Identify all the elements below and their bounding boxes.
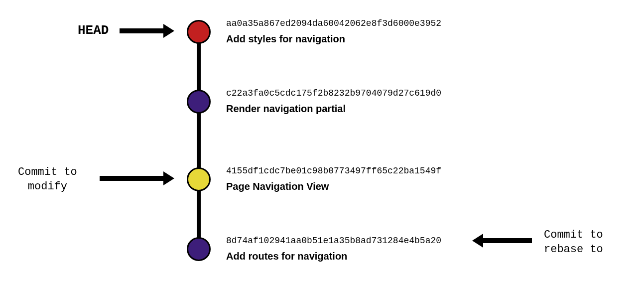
commit-hash: aa0a35a867ed2094da60042062e8f3d6000e3952: [226, 18, 441, 28]
commit-info-1: aa0a35a867ed2094da60042062e8f3d6000e3952…: [226, 18, 441, 45]
commit-info-2: c22a3fa0c5cdc175f2b8232b9704079d27c619d0…: [226, 88, 441, 115]
modify-label: Commit to modify: [18, 165, 77, 194]
commit-info-4: 8d74af102941aa0b51e1a35b8ad731284e4b5a20…: [226, 236, 441, 262]
commit-hash: 8d74af102941aa0b51e1a35b8ad731284e4b5a20: [226, 236, 441, 246]
rebase-label-line2: rebase to: [544, 243, 603, 257]
commit-node-head: [187, 20, 211, 44]
rebase-label-line1: Commit to: [544, 228, 603, 243]
commit-hash: c22a3fa0c5cdc175f2b8232b9704079d27c619d0: [226, 88, 441, 98]
modify-label-line1: Commit to: [18, 165, 77, 180]
commit-node-2: [187, 90, 211, 114]
commit-graph-line: [197, 32, 201, 249]
commit-node-rebase: [187, 237, 211, 261]
commit-message: Page Navigation View: [226, 181, 441, 192]
rebase-label: Commit to rebase to: [544, 228, 603, 257]
commit-message: Add styles for navigation: [226, 33, 441, 45]
commit-info-3: 4155df1cdc7be01c98b0773497ff65c22ba1549f…: [226, 166, 441, 192]
head-label: HEAD: [78, 23, 109, 38]
modify-label-line2: modify: [18, 180, 77, 194]
commit-message: Render navigation partial: [226, 103, 441, 115]
commit-message: Add routes for navigation: [226, 251, 441, 262]
commit-node-modify: [187, 167, 211, 191]
commit-hash: 4155df1cdc7be01c98b0773497ff65c22ba1549f: [226, 166, 441, 176]
